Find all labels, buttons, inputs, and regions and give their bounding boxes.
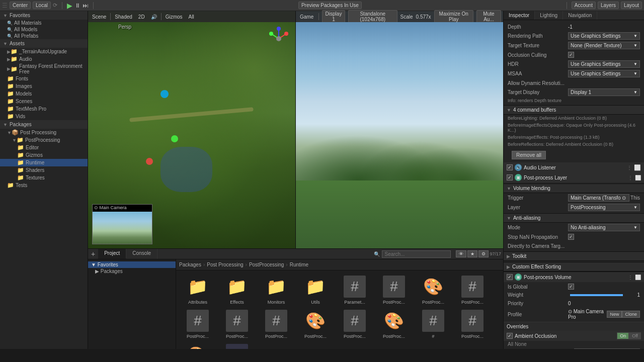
scene-view[interactable]: Scene Shaded 2D 🔊 Gizmos All [88,11,296,248]
volume-blending-header[interactable]: ▼ Volume blending [504,184,644,193]
ppv-checkbox[interactable]: ✓ [507,274,513,280]
camera-preview-window[interactable]: ⊙ Main Camera [92,204,152,244]
layers-button[interactable]: Layers [598,2,619,9]
tree-gizmos[interactable]: 📁 Gizmos [0,151,88,159]
search-all-materials[interactable]: 🔍 All Materials [0,20,88,26]
asset-utils[interactable]: 📁 Utils [298,275,333,305]
bc-postprocessing-2[interactable]: PostProcessing [249,262,284,267]
aa-mode-dropdown[interactable]: No Anti-aliasing ▼ [568,224,640,231]
shaded-dropdown[interactable]: Shaded [113,14,134,20]
ao-mode-dropdown[interactable]: Multi Scale Volumetric Obscura... [574,348,640,349]
asset-monitors[interactable]: 📁 Monitors [259,275,294,305]
layout-button[interactable]: Layout [621,2,642,9]
anti-aliasing-header[interactable]: ▼ Anti-aliasing [504,213,644,223]
game-view[interactable]: Game Display 1 Standalone (1024x768) Sca… [296,11,503,248]
asset-postproc-6[interactable]: # PostProc... [337,309,372,339]
bc-postprocessing-1[interactable]: Post Processing [207,262,243,267]
tree-textmesh[interactable]: 📁 TextMesh Pro [0,105,88,113]
trigger-dropdown[interactable]: Main Camera (Transfo ⊙ [568,194,629,202]
inspector-tab[interactable]: Inspector [504,11,535,20]
custom-effect-header[interactable]: ▶ Custom Effect Sorting [504,262,644,272]
tree-postprocessing[interactable]: ▼ 📁 PostProcessing [0,136,88,144]
audio-listener-header[interactable]: ✓ 🔊 Audio Listener ⋮ ⬜ [504,162,644,172]
search-all-models[interactable]: 🔍 All Models [0,26,88,33]
asset-postproc-5[interactable]: # PostProc... [259,309,294,339]
all-dropdown[interactable]: All [187,14,196,20]
account-button[interactable]: Account [572,2,596,9]
project-packages[interactable]: ▶ Packages [88,268,176,275]
ppv-expand-icon[interactable]: ⬜ [635,275,641,280]
eye-button[interactable]: 👁 [456,250,466,257]
gizmos-dropdown[interactable]: Gizmos [164,14,185,20]
ppl-header[interactable]: ✓ ▣ Post-process Layer ⋮ ⬜ [504,172,644,183]
tree-fonts[interactable]: 📁 Fonts [0,75,88,82]
local-button[interactable]: Local [33,2,51,9]
tree-fantasy[interactable]: ▶ 📁 Fantasy Forest Environment Free [0,63,88,75]
tree-textures[interactable]: 📁 Textures [0,174,88,182]
center-button[interactable]: Center [10,2,31,9]
star-button[interactable]: ★ [467,250,477,257]
overrides-header[interactable]: Overrides [504,322,644,331]
display-dropdown[interactable]: Display 1 [322,10,345,23]
audio-expand-icon[interactable]: ⬜ [634,164,641,171]
target-texture-dropdown[interactable]: None (Render Texture) ▼ [568,42,640,49]
tree-tests[interactable]: 📁 Tests [0,182,88,189]
ao-checkbox[interactable]: ✓ [507,333,513,339]
tree-images[interactable]: 📁 Images [0,82,88,90]
bc-packages[interactable]: Packages [179,262,201,267]
remove-all-button[interactable]: Remove all [512,151,546,159]
tree-post-processing[interactable]: ▼ 📦 Post Processing [0,129,88,136]
mute-button[interactable]: Mute Au... [476,10,501,23]
project-favorites[interactable]: ▼ Favorites [88,261,176,268]
tree-editor[interactable]: 📁 Editor [0,144,88,151]
is-global-checkbox[interactable]: ✓ [568,284,574,290]
command-buffers-header[interactable]: ▼ 4 command buffers [504,105,644,115]
game-content[interactable] [296,22,503,248]
scene-tab[interactable]: Scene [90,14,108,20]
tree-shaders[interactable]: 📁 Shaders [0,166,88,174]
asset-lens-3[interactable]: 🎨 PostProc... [376,309,412,339]
layer-dropdown[interactable]: PostProcessing ▼ [568,204,640,211]
tree-models[interactable]: 📁 Models [0,90,88,98]
maximize-button[interactable]: Maximize On Play [434,10,473,23]
unity-menu-icon[interactable]: ☰ [2,2,8,9]
asset-lens-4[interactable]: 🎨 PostProc... [180,343,215,349]
ppl-checkbox[interactable]: ✓ [507,174,513,180]
preview-packages-button[interactable]: Preview Packages In Use [298,2,362,9]
asset-postproc-3[interactable]: # PostProc... [180,309,215,339]
ao-off-button[interactable]: Off [629,332,641,339]
audio-menu-icon[interactable]: ⋮ [627,165,632,170]
console-tab[interactable]: Console [126,249,157,259]
asset-postproc-2[interactable]: # PostProc... [455,275,490,305]
assets-header[interactable]: ▼ Assets [0,39,88,48]
asset-effects[interactable]: 📁 Effects [219,275,255,305]
packages-header[interactable]: ▼ Packages [0,120,88,129]
target-display-dropdown[interactable]: Display 1 ▼ [568,88,640,96]
weight-slider[interactable] [570,294,623,296]
asset-lens-2[interactable]: 🎨 PostProc... [298,309,333,339]
audio-checkbox[interactable]: ✓ [507,164,513,170]
bc-runtime[interactable]: Runtime [290,262,308,267]
asset-postproc-1[interactable]: # PostProc... [376,275,412,305]
settings-button[interactable]: ⚙ [478,250,489,257]
tree-vids[interactable]: 📁 Vids [0,113,88,120]
ppv-header[interactable]: ✓ ▣ Post-process Volume ⋮ ⬜ [504,272,644,282]
new-button[interactable]: New [607,311,622,318]
tree-runtime[interactable]: 📁 Runtime [0,159,88,166]
asset-postproc-4[interactable]: # PostProc... [219,309,255,339]
play-button[interactable]: ▶ [67,2,72,10]
search-all-prefabs[interactable]: 🔍 All Prefabs [0,33,88,39]
asset-unity-post[interactable]: ↗ Unity.Post... [219,343,255,349]
tree-audio[interactable]: ▶ 📁 Audio [0,55,88,63]
step-button[interactable]: ⏭ [83,2,89,9]
2d-toggle[interactable]: 2D [136,14,147,20]
tree-terrain[interactable]: ▶ 📁 _TerrainAutoUpgrade [0,48,88,55]
lighting-tab[interactable]: Lighting [535,11,563,20]
add-tab-button[interactable]: + [88,249,98,259]
navigation-tab[interactable]: Navigation [563,11,597,20]
rendering-path-dropdown[interactable]: Use Graphics Settings ▼ [568,32,640,40]
asset-paramet[interactable]: # Paramet... [337,275,372,305]
occlusion-checkbox[interactable]: ✓ [568,52,574,58]
favorites-header[interactable]: ▼ Favorites [0,11,88,20]
pause-button[interactable]: ⏸ [74,2,80,9]
